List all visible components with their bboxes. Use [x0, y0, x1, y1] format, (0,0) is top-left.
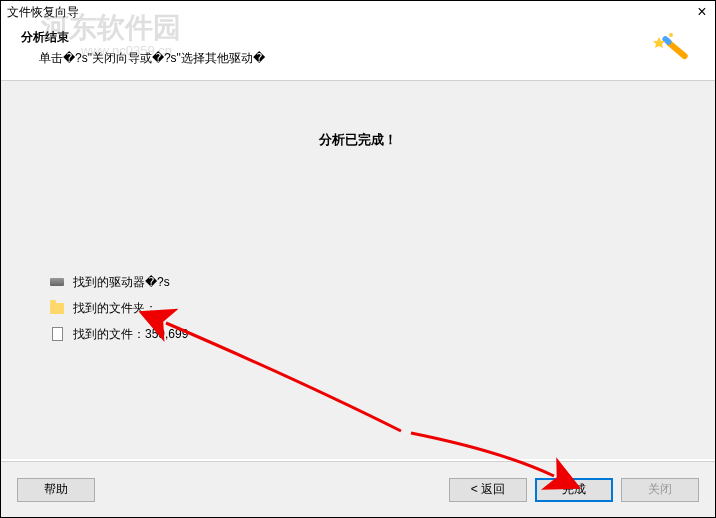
svg-point-2	[669, 33, 673, 37]
header-title: 分析结束	[21, 29, 695, 46]
results-list: 找到的驱动器�?s 找到的文件夹： 找到的文件：359,699	[49, 269, 675, 347]
files-text: 找到的文件：359,699	[73, 326, 188, 343]
drive-icon	[49, 274, 65, 290]
titlebar: 文件恢复向导 ×	[1, 1, 715, 23]
wizard-footer: 帮助 < 返回 完成 关闭	[1, 461, 715, 517]
folders-text: 找到的文件夹：	[73, 300, 157, 317]
drivers-text: 找到的驱动器�?s	[73, 274, 170, 291]
close-button: 关闭	[621, 478, 699, 502]
close-icon[interactable]: ×	[693, 3, 711, 21]
folder-icon	[49, 300, 65, 316]
back-button[interactable]: < 返回	[449, 478, 527, 502]
content-area: 分析已完成！ 找到的驱动器�?s 找到的文件夹： 找到的文件：359,699	[1, 81, 715, 459]
result-files: 找到的文件：359,699	[49, 321, 675, 347]
finish-button[interactable]: 完成	[535, 478, 613, 502]
window-title: 文件恢复向导	[7, 4, 79, 21]
wizard-header: 分析结束 单击�?s"关闭向导或�?s"选择其他驱动�	[1, 23, 715, 81]
result-drivers: 找到的驱动器�?s	[49, 269, 675, 295]
result-folders: 找到的文件夹：	[49, 295, 675, 321]
header-subtitle: 单击�?s"关闭向导或�?s"选择其他驱动�	[39, 50, 695, 67]
wand-icon	[647, 31, 695, 76]
file-icon	[49, 326, 65, 342]
analysis-complete-label: 分析已完成！	[41, 131, 675, 149]
help-button[interactable]: 帮助	[17, 478, 95, 502]
